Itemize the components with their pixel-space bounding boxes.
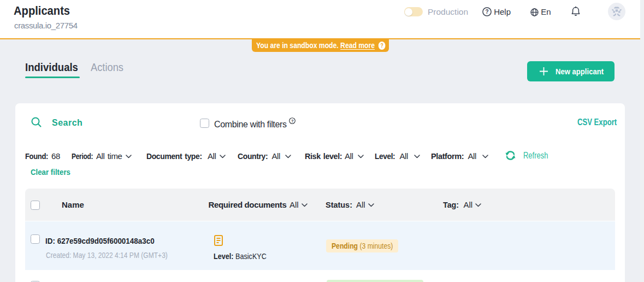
svg-text:?: ?	[291, 119, 294, 124]
svg-text:?: ?	[380, 43, 383, 49]
svg-text:?: ?	[485, 9, 488, 15]
